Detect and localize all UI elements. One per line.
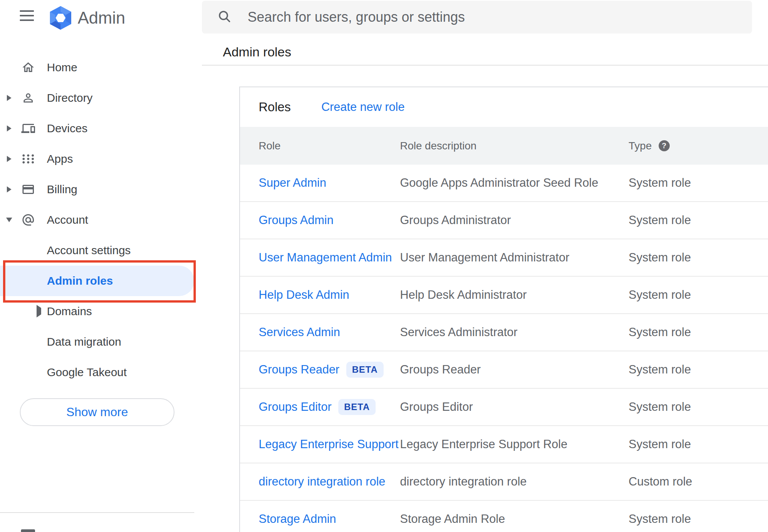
breadcrumb: Admin roles bbox=[223, 43, 291, 61]
sidebar-nav: HomeDirectoryDevicesAppsBillingAccountAc… bbox=[0, 52, 194, 388]
table-row: Groups ReaderBETAGroups ReaderSystem rol… bbox=[240, 351, 768, 389]
role-type: System role bbox=[629, 437, 768, 451]
devices-icon bbox=[21, 122, 35, 135]
role-description: User Management Administrator bbox=[400, 251, 629, 264]
table-row: Groups AdminGroups AdministratorSystem r… bbox=[240, 202, 768, 239]
beta-badge: BETA bbox=[346, 362, 384, 378]
role-type: System role bbox=[629, 288, 768, 302]
expand-arrow-icon[interactable] bbox=[7, 125, 11, 131]
table-row: Super AdminGoogle Apps Administrator See… bbox=[240, 165, 768, 202]
role-type: System role bbox=[629, 325, 768, 339]
sidebar-item-billing[interactable]: Billing bbox=[0, 174, 194, 205]
sidebar-item-label: Account settings bbox=[47, 244, 131, 257]
role-link-directory-integration-role[interactable]: directory integration role bbox=[259, 475, 386, 488]
roles-card: Roles Create new role Role Role descript… bbox=[239, 87, 768, 532]
sidebar-item-google-takeout[interactable]: Google Takeout bbox=[0, 357, 194, 388]
role-description: Groups Reader bbox=[400, 363, 629, 377]
role-link-groups-editor[interactable]: Groups Editor bbox=[259, 400, 331, 413]
role-type: System role bbox=[629, 251, 768, 264]
sidebar-item-apps[interactable]: Apps bbox=[0, 144, 194, 174]
search-input[interactable] bbox=[247, 9, 706, 26]
role-type: System role bbox=[629, 213, 768, 227]
table-row: User Management AdminUser Management Adm… bbox=[240, 239, 768, 277]
roles-card-header: Roles Create new role bbox=[240, 87, 768, 127]
role-description: Help Desk Administrator bbox=[400, 288, 629, 302]
sidebar-item-directory[interactable]: Directory bbox=[0, 83, 194, 113]
expand-arrow-icon[interactable] bbox=[37, 305, 41, 317]
roles-title: Roles bbox=[259, 100, 291, 114]
roles-table-body: Super AdminGoogle Apps Administrator See… bbox=[240, 165, 768, 532]
at-icon bbox=[21, 213, 35, 227]
role-link-services-admin[interactable]: Services Admin bbox=[259, 325, 340, 339]
sidebar-item-admin-roles[interactable]: Admin roles bbox=[0, 266, 194, 296]
sidebar-item-domains[interactable]: Domains bbox=[0, 296, 194, 327]
table-row: Services AdminServices AdministratorSyst… bbox=[240, 314, 768, 351]
role-type: System role bbox=[629, 512, 768, 526]
table-row: Groups EditorBETAGroups EditorSystem rol… bbox=[240, 389, 768, 426]
expand-arrow-icon[interactable] bbox=[7, 156, 11, 162]
cutoff-menu-icon bbox=[21, 529, 35, 532]
search-bar[interactable] bbox=[202, 1, 752, 34]
card-icon bbox=[21, 183, 35, 196]
role-description: Google Apps Administrator Seed Role bbox=[400, 176, 629, 190]
beta-badge: BETA bbox=[338, 399, 376, 415]
table-row: directory integration roledirectory inte… bbox=[240, 463, 768, 501]
menu-icon[interactable] bbox=[20, 10, 34, 21]
role-type: System role bbox=[629, 363, 768, 377]
sidebar-item-label: Account bbox=[47, 213, 88, 226]
expand-arrow-icon[interactable] bbox=[7, 186, 11, 192]
sidebar-item-label: Billing bbox=[47, 183, 77, 196]
role-type: System role bbox=[629, 400, 768, 414]
sidebar-item-home[interactable]: Home bbox=[0, 52, 194, 83]
role-link-super-admin[interactable]: Super Admin bbox=[259, 176, 326, 189]
role-type: Custom role bbox=[629, 475, 768, 489]
sidebar-item-account[interactable]: Account bbox=[0, 205, 194, 235]
sidebar-item-devices[interactable]: Devices bbox=[0, 113, 194, 144]
role-description: Legacy Enterprise Support Role bbox=[400, 437, 629, 451]
column-header-type: Type ? bbox=[629, 140, 768, 152]
apps-icon bbox=[21, 152, 35, 166]
sidebar-item-label: Directory bbox=[47, 91, 93, 104]
role-link-groups-reader[interactable]: Groups Reader bbox=[259, 363, 339, 376]
role-link-legacy-enterprise-support[interactable]: Legacy Enterprise Support bbox=[259, 437, 398, 451]
sidebar-item-account-settings[interactable]: Account settings bbox=[0, 235, 194, 266]
sidebar-divider bbox=[0, 512, 194, 513]
sidebar-item-label: Apps bbox=[47, 152, 73, 165]
role-description: directory integration role bbox=[400, 475, 629, 489]
role-link-groups-admin[interactable]: Groups Admin bbox=[259, 213, 333, 227]
show-more-button[interactable]: Show more bbox=[20, 398, 174, 426]
column-header-role: Role bbox=[240, 140, 400, 152]
header-divider bbox=[202, 65, 768, 66]
search-icon bbox=[217, 9, 232, 25]
column-header-description: Role description bbox=[400, 140, 629, 152]
sidebar-item-label: Home bbox=[47, 61, 77, 74]
sidebar-item-label: Devices bbox=[47, 122, 88, 135]
role-description: Groups Administrator bbox=[400, 213, 629, 227]
role-link-help-desk-admin[interactable]: Help Desk Admin bbox=[259, 288, 349, 301]
sidebar-item-label: Data migration bbox=[47, 335, 121, 348]
help-icon[interactable]: ? bbox=[659, 140, 670, 151]
role-link-storage-admin[interactable]: Storage Admin bbox=[259, 512, 336, 526]
google-admin-logo-icon bbox=[49, 6, 72, 30]
table-row: Storage AdminStorage Admin RoleSystem ro… bbox=[240, 501, 768, 532]
role-link-user-management-admin[interactable]: User Management Admin bbox=[259, 251, 392, 264]
role-description: Services Administrator bbox=[400, 325, 629, 339]
table-header-row: Role Role description Type ? bbox=[240, 127, 768, 165]
expand-arrow-icon[interactable] bbox=[7, 95, 11, 101]
sidebar-item-label: Admin roles bbox=[47, 274, 113, 287]
app-title: Admin bbox=[78, 8, 125, 27]
person-icon bbox=[21, 91, 35, 105]
sidebar-item-label: Domains bbox=[47, 305, 92, 318]
collapse-arrow-icon[interactable] bbox=[6, 218, 12, 222]
home-icon bbox=[21, 61, 35, 74]
column-header-type-label: Type bbox=[629, 140, 652, 152]
table-row: Legacy Enterprise SupportLegacy Enterpri… bbox=[240, 426, 768, 463]
sidebar-item-data-migration[interactable]: Data migration bbox=[0, 327, 194, 357]
table-row: Help Desk AdminHelp Desk AdministratorSy… bbox=[240, 277, 768, 314]
role-type: System role bbox=[629, 176, 768, 190]
create-new-role-link[interactable]: Create new role bbox=[321, 100, 405, 114]
role-description: Groups Editor bbox=[400, 400, 629, 414]
sidebar-item-label: Google Takeout bbox=[47, 366, 127, 379]
role-description: Storage Admin Role bbox=[400, 512, 629, 526]
